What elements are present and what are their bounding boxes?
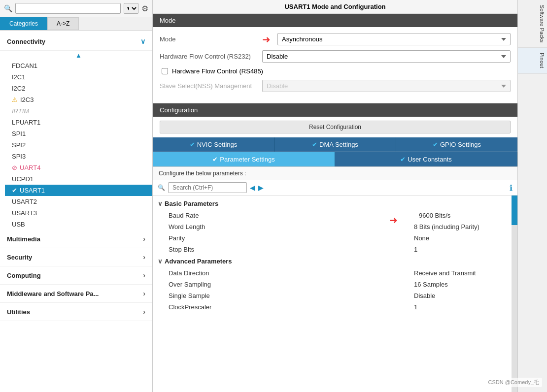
param-value-single-sample: Disable: [414, 292, 513, 299]
item-label: FDCAN1: [12, 62, 37, 69]
hw-flow-label: Hardware Flow Control (RS232): [160, 53, 258, 60]
hw-flow-rs485-label: Hardware Flow Control (RS485): [172, 67, 263, 75]
section-security: Security ›: [0, 248, 152, 266]
sidebar-item-i2c3[interactable]: ⚠ I2C3: [5, 94, 152, 105]
sidebar-item-fdcan1[interactable]: FDCAN1: [5, 60, 152, 71]
slave-select-dropdown[interactable]: Disable: [262, 80, 511, 92]
nav-prev-icon[interactable]: ◀: [250, 184, 255, 192]
item-label: SPI3: [12, 153, 26, 160]
check-icon: ✔: [12, 187, 17, 194]
chevron-right-icon-4: ›: [143, 290, 145, 297]
param-name-word-length: Word Length: [169, 223, 414, 230]
config-section-title: Configuration: [153, 103, 517, 117]
tab-bar: Categories A->Z: [0, 17, 152, 31]
category-label-multimedia: Multimedia: [7, 235, 40, 243]
collapse-icon-advanced: ∨: [158, 258, 163, 265]
tab-label-user: User Constants: [408, 156, 452, 163]
sidebar-item-spi3[interactable]: SPI3: [5, 151, 152, 162]
sidebar-item-uart4[interactable]: ⊘ UART4: [5, 162, 152, 173]
hw-flow-rs485-checkbox[interactable]: [162, 68, 168, 74]
sidebar-item-lpuart1[interactable]: LPUART1: [5, 117, 152, 128]
nav-next-icon[interactable]: ▶: [258, 184, 264, 192]
category-label-security: Security: [7, 254, 32, 261]
section-computing: Computing ›: [0, 266, 152, 285]
hw-flow-row: Hardware Flow Control (RS232) Disable En…: [160, 50, 511, 63]
category-header-middleware[interactable]: Middleware and Software Pa... ›: [0, 285, 152, 303]
sidebar-item-i2c2[interactable]: I2C2: [5, 83, 152, 94]
sidebar-item-usart1[interactable]: ✔ USART1: [5, 185, 152, 196]
param-name-baud-rate: Baud Rate: [169, 212, 414, 219]
tab-categories[interactable]: Categories: [0, 17, 47, 30]
tab-parameter-settings[interactable]: ✔ Parameter Settings: [153, 152, 335, 166]
item-label: I2C1: [12, 73, 25, 81]
param-row-parity: Parity None: [153, 232, 517, 244]
check-icon-params: ✔: [212, 156, 218, 163]
category-label-middleware: Middleware and Software Pa...: [7, 290, 99, 297]
chevron-right-icon: ›: [143, 235, 145, 243]
config-section: Configuration Reset Configuration ✔ NVIC…: [153, 103, 517, 392]
group-header-basic[interactable]: ∨ Basic Parameters: [153, 197, 517, 210]
sidebar-item-spi1[interactable]: SPI1: [5, 128, 152, 139]
item-label: UCPD1: [12, 175, 34, 183]
reset-config-button[interactable]: Reset Configuration: [160, 121, 511, 133]
item-label: LPUART1: [12, 119, 40, 126]
sidebar-item-spi2[interactable]: SPI2: [5, 139, 152, 151]
tab-atoz[interactable]: A->Z: [47, 17, 79, 30]
category-header-multimedia[interactable]: Multimedia ›: [0, 230, 152, 248]
tab-label-params: Parameter Settings: [220, 156, 274, 163]
tab-gpio-settings[interactable]: ✔ GPIO Settings: [396, 137, 517, 152]
param-value-word-length: 8 Bits (including Parity): [414, 223, 513, 230]
category-header-computing[interactable]: Computing ›: [0, 266, 152, 285]
sidebar-item-usb[interactable]: USB: [5, 219, 152, 230]
collapse-icon-basic: ∨: [158, 200, 163, 207]
param-name-over-sampling: Over Sampling: [169, 281, 414, 288]
param-row-data-direction: Data Direction Receive and Transmit: [153, 267, 517, 279]
category-header-security[interactable]: Security ›: [0, 248, 152, 266]
search-input[interactable]: [15, 3, 121, 14]
right-panel: Software Packs Pinout: [517, 0, 547, 392]
item-label: I2C3: [20, 96, 34, 103]
item-label: IRTIM: [12, 107, 29, 115]
check-icon-nvic: ✔: [190, 141, 195, 148]
sidebar-item-usart3[interactable]: USART3: [5, 207, 152, 219]
right-panel-software-packs[interactable]: Software Packs: [518, 0, 547, 48]
category-label-computing: Computing: [7, 272, 41, 279]
param-row-clock-prescaler: ClockPrescaler 1: [153, 301, 517, 313]
watermark: CSDN @Comedy_乇: [485, 378, 542, 387]
chevron-up-icon: ▲: [75, 52, 82, 59]
group-label-advanced: Advanced Parameters: [165, 258, 232, 265]
sidebar-item-i2c1[interactable]: I2C1: [5, 71, 152, 83]
item-label: I2C2: [12, 85, 25, 92]
sidebar-item-ucpd1[interactable]: UCPD1: [5, 173, 152, 185]
right-panel-pinout[interactable]: Pinout: [518, 48, 547, 73]
scroll-up-button[interactable]: ▲: [5, 51, 152, 60]
section-multimedia: Multimedia ›: [0, 230, 152, 248]
info-icon[interactable]: ℹ: [510, 183, 513, 193]
param-row-word-length: Word Length 8 Bits (including Parity): [153, 221, 517, 232]
check-icon-gpio: ✔: [433, 141, 438, 148]
param-value-baud-rate: 9600 Bits/s: [414, 212, 513, 219]
gear-icon[interactable]: ⚙: [141, 4, 148, 13]
page-title: USART1 Mode and Configuration: [284, 3, 385, 10]
tab-user-constants[interactable]: ✔ User Constants: [335, 152, 517, 166]
category-header-utilities[interactable]: Utilities ›: [0, 303, 152, 321]
params-search-input[interactable]: [168, 182, 247, 193]
category-header-connectivity[interactable]: Connectivity ∨: [0, 33, 152, 51]
group-header-advanced[interactable]: ∨ Advanced Parameters: [153, 255, 517, 267]
params-content: ∨ Basic Parameters Baud Rate ➜ 9600 Bits…: [153, 196, 517, 392]
params-search-bar: 🔍 ◀ ▶ ℹ: [153, 180, 517, 196]
mode-select[interactable]: Asynchronous Synchronous Single Wire: [277, 33, 511, 45]
item-label: SPI2: [12, 141, 26, 149]
tab-dma-settings[interactable]: ✔ DMA Settings: [274, 137, 396, 152]
param-row-over-sampling: Over Sampling 16 Samples: [153, 279, 517, 290]
search-bar: 🔍 ▾ ⚙: [0, 0, 152, 17]
tab-nvic-settings[interactable]: ✔ NVIC Settings: [153, 137, 274, 152]
sidebar-item-irtim[interactable]: IRTIM: [5, 105, 152, 117]
hw-flow-select[interactable]: Disable Enable: [262, 50, 511, 63]
search-dropdown[interactable]: ▾: [124, 3, 138, 14]
sidebar-item-usart2[interactable]: USART2: [5, 196, 152, 207]
params-scrollbar[interactable]: [512, 196, 517, 392]
scrollbar-thumb: [512, 196, 517, 225]
param-value-parity: None: [414, 234, 513, 242]
param-value-data-direction: Receive and Transmit: [414, 269, 513, 277]
